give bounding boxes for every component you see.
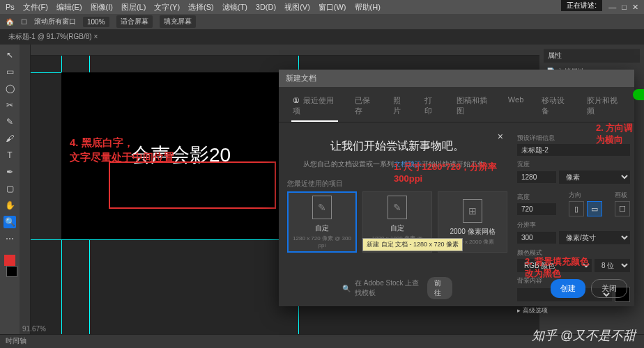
width-input[interactable] xyxy=(517,171,556,183)
watermark: 知乎 @又不是不甜 xyxy=(532,327,636,344)
tool-preset-icon[interactable]: 🏠 xyxy=(6,18,14,26)
ruler-vertical xyxy=(20,45,31,334)
annotation-4: 4. 黑底白字，文字尽量处于中间位置 xyxy=(70,135,174,164)
eyedropper-tool-icon[interactable]: ✎ xyxy=(3,116,16,128)
tab-film[interactable]: 胶片和视频 xyxy=(585,91,622,122)
tab-recent[interactable]: ① 最近使用项 xyxy=(291,91,338,122)
type-tool-icon[interactable]: T xyxy=(3,149,16,161)
close-icon[interactable]: ✕ xyxy=(632,3,638,12)
advanced-toggle[interactable]: ▸ 高级选项 xyxy=(517,306,630,315)
fill-screen-button[interactable]: 填充屏幕 xyxy=(160,15,196,28)
res-label: 分辨率 xyxy=(517,221,630,230)
dialog-title: 新建文档 xyxy=(279,70,634,87)
help-badge[interactable] xyxy=(633,89,644,100)
menu-select[interactable]: 选择(S) xyxy=(188,2,214,13)
properties-title: 属性 xyxy=(544,49,640,63)
fit-screen-button[interactable]: 适合屏幕 xyxy=(116,15,153,28)
toolbox: ↖ ▭ ◯ ✂ ✎ 🖌 T ✒ ▢ ✋ 🔍 ⋯ xyxy=(0,45,20,334)
preset-tooltip: 新建 自定 文档 - 1280 x 720 像素 xyxy=(362,238,463,251)
zoom-value[interactable]: 100% xyxy=(83,17,109,27)
menu-layer[interactable]: 图层(L) xyxy=(121,2,146,13)
dialog-presets-area: × 让我们开始尝试新事物吧。 从您自己的文档设置或一系列文档预设开始以快速开始工… xyxy=(287,129,507,303)
more-tools-icon[interactable]: ⋯ xyxy=(3,232,16,245)
menu-filter[interactable]: 滤镜(T) xyxy=(222,2,247,13)
preset-icon: ⊞ xyxy=(463,199,482,223)
width-label: 宽度 xyxy=(517,160,630,169)
scroll-all-label: 滚动所有窗口 xyxy=(34,17,76,26)
tab-photo[interactable]: 照片 xyxy=(392,91,408,122)
zoom-status: 91.67% xyxy=(22,325,46,333)
bit-depth-select[interactable]: 8 位 xyxy=(595,259,630,272)
dialog-tabs: ① 最近使用项 已保存 照片 打印 图稿和插图 Web 移动设备 胶片和视频 xyxy=(279,87,634,122)
artboard-checkbox[interactable]: ☐ xyxy=(615,201,630,216)
orient-landscape-button[interactable]: ▭ xyxy=(587,201,602,216)
document-tab[interactable]: 未标题-1 @ 91.7%(RGB/8) × xyxy=(8,32,98,42)
maximize-icon[interactable]: □ xyxy=(622,3,627,12)
crop-tool-icon[interactable]: ✂ xyxy=(3,99,16,111)
menu-edit[interactable]: 编辑(E) xyxy=(56,2,82,13)
ruler-horizontal xyxy=(31,45,539,56)
menu-view[interactable]: 视图(V) xyxy=(284,2,310,13)
create-button[interactable]: 创建 xyxy=(551,279,585,298)
menu-image[interactable]: 图像(I) xyxy=(91,2,113,13)
background-swatch[interactable] xyxy=(6,266,17,277)
brush-tool-icon[interactable]: 🖌 xyxy=(3,132,16,145)
tab-saved[interactable]: 已保存 xyxy=(353,91,376,122)
close-button[interactable]: 关闭 xyxy=(591,279,627,298)
width-unit-select[interactable]: 像素 xyxy=(559,171,630,184)
document-tab-bar: 未标题-1 @ 91.7%(RGB/8) × xyxy=(0,29,644,45)
hand-tool-icon[interactable]: ✋ xyxy=(3,199,16,212)
preset-icon: ✎ xyxy=(388,196,407,219)
menu-type[interactable]: 文字(Y) xyxy=(154,2,180,13)
pen-tool-icon[interactable]: ✒ xyxy=(3,166,16,178)
minimize-icon[interactable]: — xyxy=(608,3,616,12)
move-tool-icon[interactable]: ↖ xyxy=(3,49,16,61)
narration-badge: 正在讲述: xyxy=(561,0,602,11)
menu-help[interactable]: 帮助(H) xyxy=(355,2,381,13)
tab-web[interactable]: Web xyxy=(507,91,525,122)
foreground-swatch[interactable] xyxy=(4,255,15,266)
stock-search-input[interactable]: 在 Adobe Stock 上查找模板 xyxy=(355,278,423,298)
lasso-tool-icon[interactable]: ◯ xyxy=(3,82,16,95)
shape-tool-icon[interactable]: ▢ xyxy=(3,182,16,195)
options-bar: 🏠 ☐ 滚动所有窗口 100% 适合屏幕 填充屏幕 xyxy=(0,14,644,29)
marquee-tool-icon[interactable]: ▭ xyxy=(3,65,16,78)
annotation-1: 1. 尺寸1280*720，分辨率300ppi xyxy=(394,161,497,185)
height-input[interactable] xyxy=(517,203,556,215)
go-button[interactable]: 前往 xyxy=(427,277,452,299)
search-icon: 🔍 xyxy=(342,285,351,292)
orient-portrait-button[interactable]: ▯ xyxy=(569,201,584,216)
app-icon: Ps xyxy=(6,3,15,11)
annotation-3: 3. 背景填充颜色改为黑色 xyxy=(525,256,589,280)
menu-window[interactable]: 窗口(W) xyxy=(319,2,346,13)
tab-mobile[interactable]: 移动设备 xyxy=(540,91,570,122)
preset-icon: ✎ xyxy=(312,196,332,219)
annotation-2: 2. 方向调为横向 xyxy=(596,122,633,146)
menu-bar: Ps 文件(F) 编辑(E) 图像(I) 图层(L) 文字(Y) 选择(S) 滤… xyxy=(0,0,644,14)
tab-art[interactable]: 图稿和插图 xyxy=(455,91,491,122)
resolution-input[interactable] xyxy=(517,232,556,244)
welcome-close-icon[interactable]: × xyxy=(498,131,503,142)
tab-print[interactable]: 打印 xyxy=(423,91,439,122)
menu-3d[interactable]: 3D(D) xyxy=(256,3,276,11)
annotation-4-box xyxy=(109,161,276,209)
res-unit-select[interactable]: 像素/英寸 xyxy=(559,231,630,244)
zoom-tool-icon[interactable]: 🔍 xyxy=(3,216,16,228)
welcome-heading: 让我们开始尝试新事物吧。 xyxy=(287,139,507,154)
menu-file[interactable]: 文件(F) xyxy=(23,2,48,13)
preset-custom-1[interactable]: ✎ 自定 1280 x 720 像素 @ 300 ppi xyxy=(287,191,357,253)
